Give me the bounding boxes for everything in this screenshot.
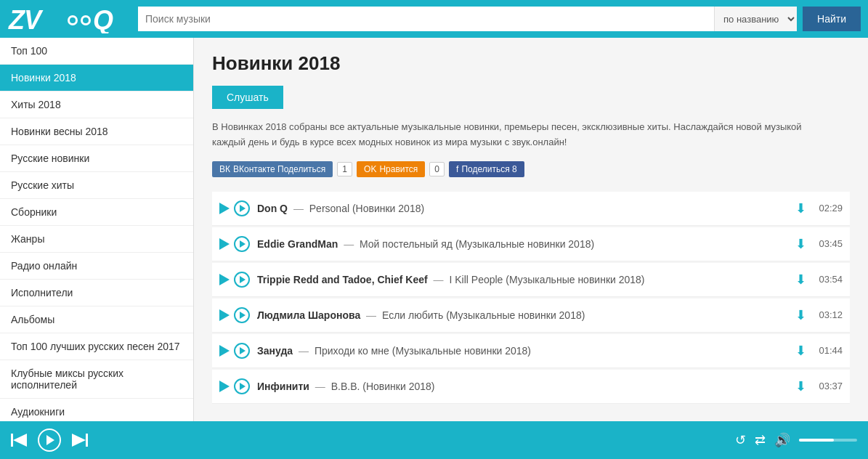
track-separator-0: —	[293, 203, 307, 214]
track-play-3[interactable]	[234, 307, 250, 323]
social-buttons: ВК ВКонтакте Поделиться 1 OK Нравится 0 …	[212, 161, 850, 177]
search-box: по названию	[138, 7, 797, 31]
track-name-5: Инфинити — В.В.В. (Новинки 2018)	[257, 381, 795, 392]
track-artist-3: Людмила Шаронова	[257, 309, 360, 321]
volume-icon[interactable]: 🔊	[774, 432, 790, 448]
svg-rect-6	[11, 434, 13, 447]
track-title-0: Personal (Новинки 2018)	[309, 203, 424, 214]
track-name-4: Зануда — Приходи ко мне (Музыкальные нов…	[257, 345, 795, 357]
sidebar: Топ 100Новинки 2018Хиты 2018Новинки весн…	[0, 38, 194, 421]
track-item-0: Don Q — Personal (Новинки 2018) ⬇ 02:29	[212, 192, 850, 226]
track-icons-3	[219, 307, 250, 323]
sidebar-item-10[interactable]: Альбомы	[0, 306, 193, 333]
sidebar-item-5[interactable]: Русские хиты	[0, 172, 193, 199]
player-bar: ↺ ⇄ 🔊	[0, 421, 868, 459]
sidebar-item-1[interactable]: Новинки 2018	[0, 65, 193, 92]
track-queue-0[interactable]	[219, 203, 230, 214]
track-download-1[interactable]: ⬇	[795, 236, 806, 252]
fb-icon: f	[456, 164, 458, 174]
player-controls	[11, 428, 88, 452]
track-title-2: I Kill People (Музыкальные новинки 2018)	[449, 274, 644, 285]
svg-marker-7	[13, 434, 27, 447]
volume-slider[interactable]	[799, 439, 857, 442]
track-artist-5: Инфинити	[257, 381, 309, 392]
track-name-0: Don Q — Personal (Новинки 2018)	[257, 203, 795, 214]
track-actions-5: ⬇ 03:37	[795, 378, 843, 394]
track-queue-1[interactable]	[219, 238, 230, 250]
track-artist-0: Don Q	[257, 203, 288, 214]
sidebar-item-6[interactable]: Сборники	[0, 199, 193, 226]
track-duration-3: 03:12	[817, 309, 843, 320]
track-queue-2[interactable]	[219, 274, 230, 285]
sidebar-item-11[interactable]: Топ 100 лучших русских песен 2017	[0, 333, 193, 360]
track-icons-0	[219, 200, 250, 216]
track-download-2[interactable]: ⬇	[795, 272, 806, 288]
track-name-3: Людмила Шаронова — Если любить (Музыкаль…	[257, 309, 795, 321]
track-actions-3: ⬇ 03:12	[795, 307, 843, 323]
track-title-4: Приходи ко мне (Музыкальные новинки 2018…	[315, 345, 531, 357]
logo: ZV Q	[7, 4, 123, 33]
track-queue-4[interactable]	[219, 345, 230, 357]
volume-fill	[799, 439, 834, 442]
track-separator-2: —	[434, 274, 447, 285]
track-play-0[interactable]	[234, 200, 250, 216]
sidebar-item-2[interactable]: Хиты 2018	[0, 92, 193, 118]
fb-share-button[interactable]: f Поделиться 8	[449, 161, 524, 177]
sidebar-item-8[interactable]: Радио онлайн	[0, 253, 193, 280]
sidebar-item-3[interactable]: Новинки весны 2018	[0, 118, 193, 145]
track-download-0[interactable]: ⬇	[795, 200, 806, 216]
main-area: Топ 100Новинки 2018Хиты 2018Новинки весн…	[0, 38, 868, 421]
track-item-4: Зануда — Приходи ко мне (Музыкальные нов…	[212, 334, 850, 368]
track-queue-5[interactable]	[219, 381, 230, 392]
track-name-1: Eddie GrandMan — Мой постельный яд (Музы…	[257, 238, 795, 250]
track-duration-0: 02:29	[817, 203, 843, 214]
track-list: Don Q — Personal (Новинки 2018) ⬇ 02:29 …	[212, 192, 850, 404]
track-play-4[interactable]	[234, 343, 250, 359]
sidebar-item-9[interactable]: Исполнители	[0, 280, 193, 306]
track-play-5[interactable]	[234, 378, 250, 394]
search-input[interactable]	[138, 7, 714, 31]
track-actions-0: ⬇ 02:29	[795, 200, 843, 216]
ok-like-button[interactable]: OK Нравится	[357, 161, 425, 177]
header: ZV Q по названию Найти	[0, 0, 868, 38]
prev-button[interactable]	[11, 434, 27, 447]
sidebar-item-12[interactable]: Клубные миксы русских исполнителей	[0, 360, 193, 399]
vk-share-button[interactable]: ВК ВКонтакте Поделиться	[212, 161, 333, 177]
track-separator-5: —	[315, 381, 328, 392]
sidebar-item-13[interactable]: Аудиокниги	[0, 399, 193, 421]
track-duration-4: 01:44	[817, 345, 843, 356]
track-download-4[interactable]: ⬇	[795, 343, 806, 359]
sidebar-item-7[interactable]: Жанры	[0, 226, 193, 253]
sidebar-item-0[interactable]: Топ 100	[0, 38, 193, 65]
track-download-5[interactable]: ⬇	[795, 378, 806, 394]
svg-point-4	[83, 17, 89, 23]
track-title-3: Если любить (Музыкальные новинки 2018)	[382, 309, 585, 321]
track-item-1: Eddie GrandMan — Мой постельный яд (Музы…	[212, 227, 850, 261]
track-icons-4	[219, 343, 250, 359]
track-duration-2: 03:54	[817, 274, 843, 285]
track-artist-1: Eddie GrandMan	[257, 238, 338, 250]
track-title-1: Мой постельный яд (Музыкальные новинки 2…	[360, 238, 594, 250]
shuffle-icon[interactable]: ⇄	[755, 432, 766, 448]
sidebar-item-4[interactable]: Русские новинки	[0, 145, 193, 172]
track-actions-1: ⬇ 03:45	[795, 236, 843, 252]
track-download-3[interactable]: ⬇	[795, 307, 806, 323]
track-name-2: Trippie Redd and Tadoe, Chief Keef — I K…	[257, 274, 795, 285]
search-type-select[interactable]: по названию	[714, 7, 797, 31]
track-play-2[interactable]	[234, 272, 250, 288]
track-duration-1: 03:45	[817, 238, 843, 249]
track-play-1[interactable]	[234, 236, 250, 252]
track-queue-3[interactable]	[219, 309, 230, 321]
repeat-icon[interactable]: ↺	[735, 432, 746, 448]
track-actions-4: ⬇ 01:44	[795, 343, 843, 359]
track-icons-5	[219, 378, 250, 394]
track-separator-1: —	[344, 238, 357, 250]
ok-label: Нравится	[379, 164, 418, 174]
vk-icon: ВК	[219, 164, 230, 174]
svg-rect-8	[86, 434, 88, 447]
search-button[interactable]: Найти	[803, 7, 861, 31]
track-item-5: Инфинити — В.В.В. (Новинки 2018) ⬇ 03:37	[212, 370, 850, 404]
play-button[interactable]	[38, 428, 61, 452]
next-button[interactable]	[72, 434, 88, 447]
listen-button[interactable]: Слушать	[212, 86, 283, 109]
